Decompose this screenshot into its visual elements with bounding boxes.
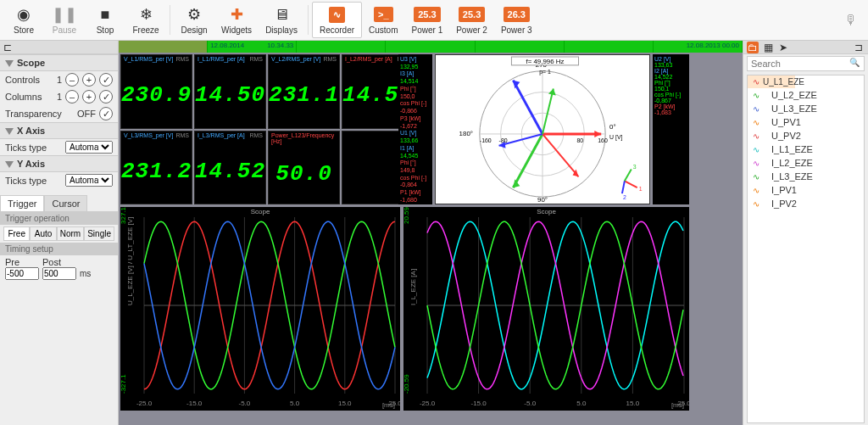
svg-text:180°: 180°	[459, 130, 473, 137]
columns-label: Columns	[5, 92, 53, 102]
displays-button[interactable]: 🖥Displays	[259, 2, 304, 38]
svg-line-29	[625, 181, 637, 187]
pause-button[interactable]: ❚❚Pause	[44, 2, 85, 38]
panel-collapse-icon[interactable]: ⊐	[853, 42, 865, 53]
plus-button[interactable]: +	[82, 73, 96, 87]
check-button[interactable]: ✓	[99, 73, 113, 87]
digital-meter[interactable]: V_L2/RMS_per [V]RMS231.1	[268, 54, 340, 129]
svg-text:-20.59: -20.59	[403, 374, 410, 394]
svg-text:160: 160	[598, 137, 608, 143]
channel-item[interactable]: ∿I_PV1	[748, 183, 864, 197]
record-icon: ◉	[14, 5, 33, 24]
channel-item[interactable]: ∿U_PV1	[748, 115, 864, 129]
power2-tab[interactable]: 25.3Power 2	[449, 2, 494, 38]
trigger-tab[interactable]: Trigger	[0, 195, 44, 211]
svg-text:20.59: 20.59	[403, 207, 410, 224]
properties-panel: ⊏ Scope Controls1–+✓ Columns1–+✓ Transpa…	[0, 41, 119, 425]
auto-button[interactable]: Auto	[30, 226, 56, 241]
digital-meter[interactable]: V_L3/RMS_per [V]RMS231.2	[120, 131, 192, 205]
wave-icon: ∿	[753, 131, 768, 141]
svg-line-33	[625, 169, 632, 181]
timeline-bar[interactable]: 12.08.201410.34.33 12.08.2013 00.00	[119, 41, 743, 53]
svg-text:15.0: 15.0	[338, 400, 352, 407]
xticks-select[interactable]: Automatic	[65, 141, 113, 154]
svg-text:1: 1	[639, 186, 643, 192]
recorder-tab[interactable]: ∿Recorder	[312, 2, 362, 38]
scope-voltage[interactable]: Scope -25.0-15.0-5.05.015.025.0327.1-327…	[120, 207, 400, 411]
digital-meter[interactable]: V_L1/RMS_per [V]RMS230.9	[120, 54, 192, 129]
minus-button[interactable]: –	[65, 90, 79, 103]
svg-text:U [V]: U [V]	[609, 134, 622, 141]
transparency-label: Transparency	[5, 109, 74, 119]
wave-icon: ∿	[753, 118, 768, 127]
svg-text:15.0: 15.0	[626, 400, 640, 407]
svg-line-31	[622, 181, 625, 193]
digital-meter[interactable]: Power_L123/Frequency [Hz]50.0	[268, 131, 340, 205]
toggle-button[interactable]: ✓	[99, 107, 113, 120]
snowflake-icon: ❄	[136, 5, 155, 24]
wave-icon: ∿	[753, 104, 768, 114]
free-button[interactable]: Free	[3, 226, 30, 241]
yticks-label: Ticks type	[5, 176, 62, 186]
svg-text:-15.0: -15.0	[470, 400, 487, 407]
wave-icon: ∿	[753, 77, 760, 87]
minus-button[interactable]: –	[65, 73, 79, 87]
channel-item[interactable]: ∿I_L2_EZE	[748, 156, 864, 170]
channel-item[interactable]: ∿U_L1_EZE	[748, 75, 795, 88]
digital-meter[interactable]: I_L1/RMS_per [A]RMS14.50	[194, 54, 266, 129]
channel-item[interactable]: ∿I_L3_EZE	[748, 170, 864, 183]
channel-item[interactable]: ∿U_L3_EZE	[748, 102, 864, 115]
power1-tab[interactable]: 25.3Power 1	[405, 2, 450, 38]
folder-icon[interactable]: 🗀	[747, 42, 759, 53]
pre-input[interactable]	[5, 267, 39, 280]
channel-item[interactable]: ∿U_L2_EZE	[748, 88, 864, 102]
wave-icon: ∿	[753, 186, 768, 195]
main-toolbar: ◉Store ❚❚Pause ■Stop ❄Freeze ⚙Design ✚Wi…	[0, 0, 868, 41]
gear-icon: ⚙	[185, 5, 203, 24]
widgets-button[interactable]: ✚Widgets	[214, 2, 259, 38]
freeze-button[interactable]: ❄Freeze	[125, 2, 166, 38]
power3-tab[interactable]: 26.3Power 3	[494, 2, 539, 38]
yticks-select[interactable]: Automatic	[65, 174, 113, 187]
store-button[interactable]: ◉Store	[3, 2, 44, 38]
scope-current[interactable]: Scope -25.0-15.0-5.05.015.025.020.59-20.…	[403, 207, 689, 411]
plus-button[interactable]: +	[82, 90, 96, 103]
readouts-left: U3 [V]132,95I3 [A]14,514Phi [°]150,0cos …	[398, 54, 432, 204]
channel-item[interactable]: ∿U_PV2	[748, 129, 864, 143]
polar-plot[interactable]: 270° 90° 180° 0° U [V] 80160 -80-160 f= …	[435, 54, 650, 204]
svg-text:-160: -160	[480, 137, 492, 143]
waveform-icon: ∿	[327, 5, 346, 24]
svg-line-7	[513, 81, 542, 134]
single-button[interactable]: Single	[84, 226, 114, 241]
digital-meter[interactable]: I_L3/RMS_per [A]RMS14.52	[194, 131, 266, 205]
xaxis-section[interactable]: X Axis	[0, 122, 118, 139]
stop-button[interactable]: ■Stop	[85, 2, 125, 38]
norm-button[interactable]: Norm	[57, 226, 84, 241]
readouts-right: U2 [V]133,63I2 [A]14,522Phi [°]150,1cos …	[653, 54, 689, 204]
yaxis-section[interactable]: Y Axis	[0, 155, 118, 172]
check-button[interactable]: ✓	[99, 90, 113, 103]
calendar-icon[interactable]: ▦	[762, 42, 774, 53]
design-button[interactable]: ⚙Design	[174, 2, 214, 38]
cursor-icon[interactable]: ➤	[777, 42, 789, 53]
svg-line-9	[513, 134, 542, 187]
scope-section[interactable]: Scope	[0, 54, 118, 71]
svg-text:0°: 0°	[609, 123, 616, 131]
pause-icon: ❚❚	[55, 5, 74, 24]
wave-icon: ∿	[753, 172, 768, 182]
channel-item[interactable]: ∿I_PV2	[748, 197, 864, 210]
svg-text:f= 49,996 Hz: f= 49,996 Hz	[526, 58, 564, 65]
custom-tab[interactable]: >_Custom	[362, 2, 404, 38]
badge-icon: 26.3	[507, 5, 526, 24]
svg-text:5.0: 5.0	[576, 400, 587, 407]
toolbar-right-icons: 🎙	[844, 2, 865, 38]
svg-text:U_L_EZE [V] / U_LT_EZE [V]: U_L_EZE [V] / U_LT_EZE [V]	[126, 217, 134, 305]
svg-text:-80: -80	[499, 137, 508, 143]
timing-header: Timing setup	[0, 243, 118, 255]
panel-collapse-icon[interactable]: ⊏	[3, 42, 12, 53]
channel-item[interactable]: ∿I_L1_EZE	[748, 143, 864, 156]
search-input[interactable]	[747, 56, 865, 71]
cursor-tab[interactable]: Cursor	[44, 195, 87, 211]
post-input[interactable]	[42, 267, 76, 280]
wave-icon: ∿	[753, 159, 768, 168]
